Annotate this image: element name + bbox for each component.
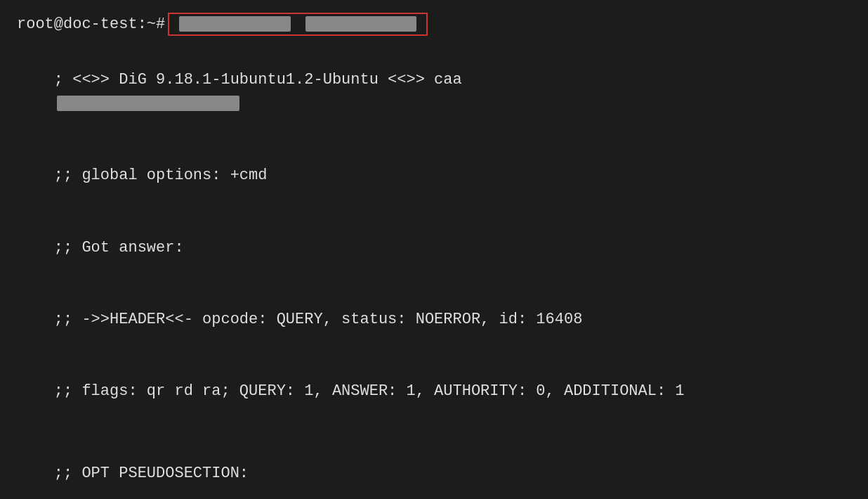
global-options-line: ;; global options: +cmd <box>17 140 851 212</box>
got-answer-text: ;; Got answer: <box>54 239 184 257</box>
header-line: ;; ->>HEADER<<- opcode: QUERY, status: N… <box>17 284 851 356</box>
dig-version-text: ; <<>> DiG 9.18.1-1ubuntu1.2-Ubuntu <<>>… <box>54 71 462 89</box>
opt-section-line: ;; OPT PSEUDOSECTION: <box>17 438 851 500</box>
dig-version-line: ; <<>> DiG 9.18.1-1ubuntu1.2-Ubuntu <<>>… <box>17 44 851 140</box>
redacted-arg2 <box>305 16 416 32</box>
command-box <box>168 13 428 36</box>
redacted-domain-1 <box>57 96 239 111</box>
flags-text: ;; flags: qr rd ra; QUERY: 1, ANSWER: 1,… <box>54 382 685 400</box>
flags-line: ;; flags: qr rd ra; QUERY: 1, ANSWER: 1,… <box>17 356 851 427</box>
got-answer-line: ;; Got answer: <box>17 212 851 284</box>
global-options-text: ;; global options: +cmd <box>54 167 268 184</box>
terminal-window: root@doc-test:~# ; <<>> DiG 9.18.1-1ubun… <box>0 0 868 499</box>
prompt: root@doc-test:~# <box>17 15 165 33</box>
header-text: ;; ->>HEADER<<- opcode: QUERY, status: N… <box>54 311 583 328</box>
opt-section-text: ;; OPT PSEUDOSECTION: <box>54 465 249 482</box>
command-line: root@doc-test:~# <box>17 13 851 36</box>
redacted-arg1 <box>179 16 290 32</box>
spacer-1 <box>17 428 851 438</box>
